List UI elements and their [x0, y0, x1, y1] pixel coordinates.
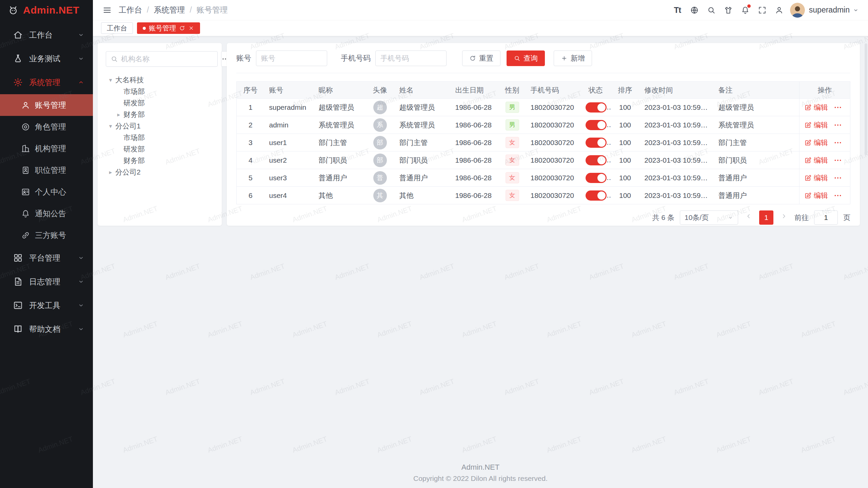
notification-badge [747, 4, 751, 8]
row-more-button[interactable] [833, 191, 842, 200]
user-menu[interactable]: superadmin [790, 3, 859, 18]
cell-status [581, 134, 611, 151]
sidebar-subitem[interactable]: 账号管理 [0, 94, 93, 116]
user-icon [21, 101, 30, 110]
cell-modified: 2023-01-03 10:59:44 [640, 99, 714, 116]
account-input[interactable] [256, 50, 327, 66]
col-header: 昵称 [314, 82, 366, 99]
avatar: 系 [373, 118, 387, 132]
edit-button[interactable]: 编辑 [804, 120, 828, 130]
tree-node[interactable]: ▾大名科技 [106, 74, 214, 86]
sidebar-subitem[interactable]: 职位管理 [0, 159, 93, 181]
tree-node[interactable]: 市场部 [106, 86, 214, 97]
org-name-input[interactable] [121, 55, 213, 63]
hamburger-icon[interactable] [100, 3, 114, 17]
page-size-select[interactable]: 10条/页 [680, 210, 738, 225]
row-more-button[interactable] [833, 174, 842, 182]
edit-button[interactable]: 编辑 [804, 156, 828, 165]
avatar: 部 [373, 136, 387, 149]
search-icon[interactable] [704, 3, 719, 18]
row-more-button[interactable] [833, 138, 842, 147]
status-toggle[interactable] [586, 173, 607, 183]
tab-close-icon[interactable] [188, 25, 194, 31]
cell-phone: 18020030720 [526, 99, 581, 116]
fullscreen-icon[interactable] [755, 3, 770, 18]
tree-node[interactable]: 财务部 [106, 155, 214, 166]
row-more-button[interactable] [833, 156, 842, 165]
logo[interactable]: Admin.NET [0, 0, 93, 20]
tree-node[interactable]: ▾分公司1 [106, 120, 214, 132]
sidebar-subitem[interactable]: 通知公告 [0, 203, 93, 224]
tab-account-management[interactable]: 账号管理 [137, 22, 200, 34]
language-icon[interactable] [687, 3, 702, 18]
sidebar-item[interactable]: 业务测试 [0, 47, 93, 70]
table-row: 4user2部门职员部部门职员1986-06-28女18020030720100… [237, 151, 850, 169]
goto-page-input[interactable] [814, 210, 838, 225]
cell-gender: 女 [499, 169, 526, 187]
sidebar-subitem[interactable]: 角色管理 [0, 116, 93, 138]
tab-workbench[interactable]: 工作台 [101, 22, 133, 34]
status-toggle[interactable] [586, 102, 607, 113]
user-icon[interactable] [772, 3, 787, 18]
prev-page-button[interactable] [744, 212, 754, 223]
reset-button[interactable]: 重置 [462, 50, 500, 66]
edit-button[interactable]: 编辑 [804, 138, 828, 147]
cell-nickname: 超级管理员 [314, 99, 366, 116]
tab-refresh-icon[interactable] [179, 25, 185, 31]
cell-phone: 18020030720 [526, 169, 581, 187]
edit-button[interactable]: 编辑 [804, 173, 828, 183]
edit-button[interactable]: 编辑 [804, 191, 828, 200]
tree-node[interactable]: ▸财务部 [106, 109, 214, 120]
phone-input[interactable] [375, 50, 447, 66]
tree-node[interactable]: 研发部 [106, 143, 214, 155]
chevron-down-icon [77, 302, 85, 309]
sidebar-subitem[interactable]: 机构管理 [0, 138, 93, 159]
cell-sort: 100 [611, 116, 640, 134]
tree-node[interactable]: 市场部 [106, 132, 214, 143]
sidebar-item[interactable]: 系统管理 [0, 70, 93, 94]
font-size-icon[interactable]: Tt [670, 3, 685, 18]
hamburger-glyph [102, 5, 112, 15]
sidebar-item[interactable]: 平台管理 [0, 246, 93, 270]
sidebar-item[interactable]: 开发工具 [0, 293, 93, 317]
cell-phone: 18020030720 [526, 151, 581, 169]
org-search-box[interactable] [106, 51, 218, 67]
breadcrumb-item[interactable]: 工作台 [119, 5, 142, 15]
row-more-button[interactable] [833, 103, 842, 112]
status-toggle[interactable] [586, 190, 607, 201]
home-icon [13, 30, 23, 40]
edit-button[interactable]: 编辑 [804, 103, 828, 112]
cell-modified: 2023-01-03 10:59:44 [640, 169, 714, 187]
grid-icon [13, 253, 23, 263]
tree-node[interactable]: ▸分公司2 [106, 166, 214, 178]
theme-icon[interactable] [721, 3, 736, 18]
sidebar-subitem[interactable]: 个人中心 [0, 181, 93, 203]
breadcrumb-item[interactable]: 系统管理 [154, 5, 185, 15]
page-number-button[interactable]: 1 [759, 210, 773, 225]
status-toggle[interactable] [586, 138, 607, 148]
cell-account: user1 [264, 134, 314, 151]
cell-sort: 100 [611, 151, 640, 169]
add-button[interactable]: 新增 [554, 50, 592, 66]
search-button[interactable]: 查询 [507, 50, 545, 66]
active-tab-dot [143, 27, 146, 30]
tree-caret-right-icon[interactable]: ▸ [106, 169, 115, 176]
status-toggle[interactable] [586, 120, 607, 130]
tree-caret-right-icon[interactable]: ▸ [114, 111, 123, 118]
tree-node[interactable]: 研发部 [106, 97, 214, 109]
tree-caret-down-icon[interactable]: ▾ [106, 123, 115, 130]
cell-phone: 18020030720 [526, 116, 581, 134]
sidebar-subitem[interactable]: 三方账号 [0, 224, 93, 246]
row-more-button[interactable] [833, 121, 842, 129]
status-toggle[interactable] [586, 155, 607, 165]
notification-icon[interactable] [738, 3, 753, 18]
scrollbar-thumb[interactable] [865, 43, 867, 155]
next-page-button[interactable] [779, 212, 789, 223]
sidebar-item[interactable]: 工作台 [0, 23, 93, 47]
sidebar-item[interactable]: 帮助文档 [0, 317, 93, 341]
cell-phone: 18020030720 [526, 134, 581, 151]
cell-account: superadmin [264, 99, 314, 116]
cell-account: user4 [264, 187, 314, 204]
sidebar-item[interactable]: 日志管理 [0, 270, 93, 293]
tree-caret-down-icon[interactable]: ▾ [106, 77, 115, 84]
